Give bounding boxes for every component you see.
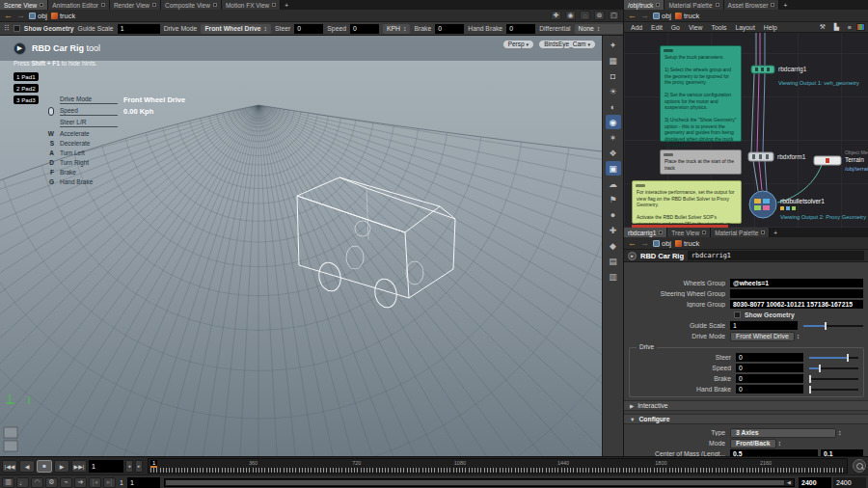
forward-icon[interactable]: → <box>640 239 649 248</box>
network-overview-icon[interactable]: ▙ <box>830 23 843 31</box>
fog-icon[interactable]: ⚑ <box>606 192 621 206</box>
tab-box-icon[interactable] <box>761 230 765 234</box>
car-wireframe[interactable] <box>297 177 455 310</box>
drive-mode-dropdown[interactable]: Front Wheel Drive <box>730 332 795 341</box>
tab-box-icon[interactable] <box>702 230 706 234</box>
tools-icon[interactable]: ⚒ <box>816 23 829 31</box>
spinner-icon[interactable]: ↕ <box>838 429 842 436</box>
multiplayer-icon[interactable]: ⊚ <box>594 11 605 20</box>
current-frame-field[interactable]: 1 <box>89 460 123 473</box>
menu-go[interactable]: Go <box>667 24 684 31</box>
brake-field[interactable]: 0 <box>435 24 464 34</box>
menu-tools[interactable]: Tools <box>708 24 731 31</box>
tab-tree-view[interactable]: Tree View <box>667 228 711 237</box>
forward-icon[interactable]: → <box>16 12 25 20</box>
frame-increment-button[interactable]: ▸ <box>135 460 143 473</box>
point-display-icon[interactable]: ● <box>606 207 621 222</box>
speed-slider[interactable] <box>809 367 858 369</box>
node-name-field[interactable]: rbdcarrig1 <box>688 251 864 260</box>
playback-settings-icon[interactable]: ⚙ <box>45 477 58 488</box>
prev-key-button[interactable]: |◂ <box>89 477 101 488</box>
menu-edit[interactable]: Edit <box>647 24 666 31</box>
steer-slider[interactable] <box>809 357 858 359</box>
drive-mode-dropdown[interactable]: Front Wheel Drive↕ <box>201 24 271 34</box>
key-scrub-icon[interactable]: ⌁ <box>60 477 72 488</box>
guide-scale-field[interactable]: 1 <box>730 321 798 330</box>
center-of-mass-field-a[interactable]: 0.5 <box>730 449 818 456</box>
breadcrumb-truck[interactable]: truck <box>675 12 699 20</box>
tab-box-icon[interactable] <box>152 3 156 7</box>
sticky-note-place-truck[interactable]: Place the truck at the start of the trac… <box>660 149 742 175</box>
reflections-icon[interactable]: ❖ <box>606 146 621 160</box>
menu-help[interactable]: Help <box>760 24 781 31</box>
back-icon[interactable]: ← <box>4 12 13 20</box>
menu-add[interactable]: Add <box>627 24 646 31</box>
birdseye-camera-button[interactable]: BirdsEye_Cam <box>538 40 596 49</box>
menu-view[interactable]: View <box>685 24 707 31</box>
tab-asset-browser[interactable]: Asset Browser <box>724 0 780 10</box>
steering-wheel-group-field[interactable] <box>730 289 863 298</box>
hand-brake-slider[interactable] <box>809 389 858 391</box>
speed-unit-dropdown[interactable]: KPH↕ <box>383 24 410 34</box>
global-end-field[interactable]: 2400 <box>833 477 866 488</box>
mode-dropdown[interactable]: Front/Back <box>730 439 776 448</box>
spinner-icon[interactable]: ↕ <box>778 440 782 447</box>
timeline-zoom-icon[interactable] <box>853 459 866 473</box>
select-visibility-icon[interactable]: ✦ <box>606 38 621 52</box>
interactive-section-header[interactable]: ▶ Interactive <box>624 400 868 411</box>
breadcrumb-obj[interactable]: obj <box>29 12 47 20</box>
follow-playhead-icon[interactable]: ➔ <box>74 477 87 488</box>
hand-brake-field[interactable]: 0 <box>736 385 803 393</box>
brake-field[interactable]: 0 <box>736 374 803 383</box>
tab-box-icon[interactable] <box>659 230 663 234</box>
center-of-mass-field-b[interactable]: 0.1 <box>821 449 863 456</box>
tab-animation-editor[interactable]: Animation Editor <box>48 0 110 10</box>
node-rbdbulletsolver[interactable]: rbdbulletsolver1 Viewing Output 2: Proxy… <box>749 191 866 220</box>
material-preview-icon[interactable]: ▣ <box>606 161 621 176</box>
show-geometry-checkbox[interactable] <box>734 312 741 318</box>
tab-composite-view[interactable]: Composite View <box>161 0 222 10</box>
speed-field[interactable]: 0 <box>736 364 803 372</box>
tab-scene-view[interactable]: Scene View <box>0 0 48 10</box>
menu-layout[interactable]: Layout <box>731 24 758 31</box>
background-image-icon[interactable]: ☁ <box>606 176 621 191</box>
show-geometry-checkbox[interactable] <box>14 25 20 32</box>
forward-icon[interactable]: → <box>640 12 649 20</box>
viewport-3d[interactable]: Persp BirdsEye_Cam ▶ RBD Car Rig tool Pr… <box>0 36 602 456</box>
range-end-handle[interactable]: ◀ <box>785 480 793 485</box>
stop-button[interactable]: ■ <box>37 460 52 473</box>
tab-box-icon[interactable] <box>656 3 660 7</box>
steer-field[interactable]: 0 <box>294 24 323 34</box>
new-tab-button[interactable]: + <box>770 228 781 237</box>
timeline-ruler[interactable]: 1 360 720 1080 1440 1800 2160 <box>148 458 848 474</box>
audio-icon[interactable]: ♩ <box>16 477 29 488</box>
orbit-icon[interactable]: ◉ <box>565 11 576 20</box>
wheels-group-field[interactable]: @wheels=1 <box>730 279 863 287</box>
tab-box-icon[interactable] <box>771 3 774 7</box>
new-tab-button[interactable]: + <box>779 0 791 10</box>
add-display-icon[interactable]: ✚ <box>606 223 621 237</box>
differential-dropdown[interactable]: None↕ <box>575 24 623 34</box>
arc-icon[interactable]: ◠ <box>31 477 43 488</box>
back-icon[interactable]: ← <box>628 239 637 248</box>
network-editor[interactable]: rbdcarrig1 Viewing Output 1: veh_geometr… <box>624 33 868 228</box>
lock-camera-icon[interactable]: ◘ <box>606 68 621 83</box>
configure-section-header[interactable]: ▼ Configure <box>624 414 868 424</box>
breadcrumb-obj[interactable]: obj <box>653 12 671 20</box>
brake-slider[interactable] <box>809 378 858 380</box>
tab-box-icon[interactable] <box>716 3 719 7</box>
shadows-icon[interactable]: ✶ <box>606 130 621 145</box>
type-dropdown[interactable]: 3 Axles <box>730 428 836 438</box>
jump-to-end-button[interactable]: ▶▶| <box>71 460 87 473</box>
toolbar-menu-icon[interactable]: ⠿ <box>4 24 10 33</box>
next-key-button[interactable]: ▸| <box>103 477 116 488</box>
frame-decrement-button[interactable]: ◂ <box>125 460 133 473</box>
snap-icon[interactable]: ✚ <box>551 11 561 20</box>
breadcrumb-obj[interactable]: obj <box>653 239 671 248</box>
jump-to-start-button[interactable]: |◀◀ <box>2 460 17 473</box>
lasso-icon[interactable]: ◌ <box>580 11 590 20</box>
current-frame-marker[interactable]: 1 <box>150 460 157 468</box>
node-terrain-object-merge[interactable]: Object Merge Terrain /obj/terrain <box>814 149 868 172</box>
back-icon[interactable]: ← <box>628 12 637 20</box>
normal-lights-icon[interactable]: ◐ <box>606 99 621 114</box>
